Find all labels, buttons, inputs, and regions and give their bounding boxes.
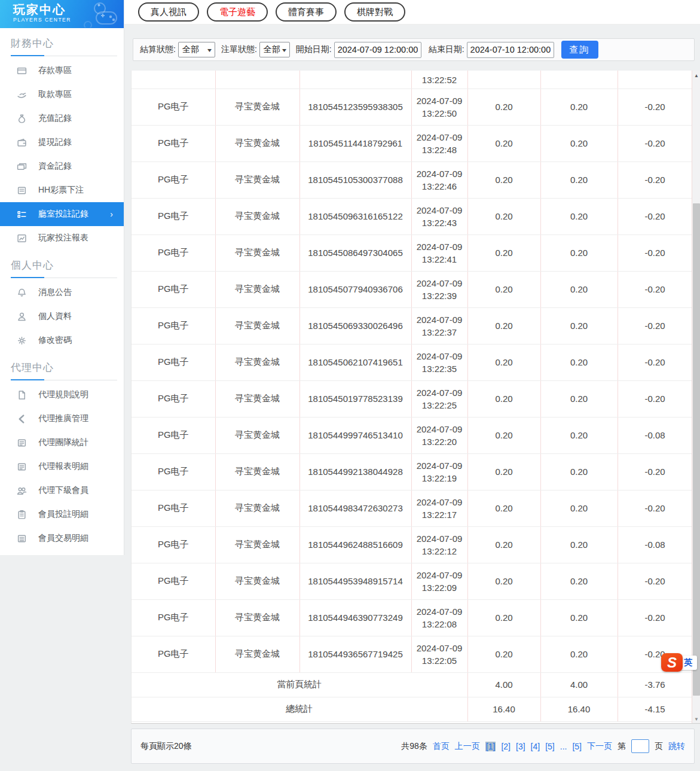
sidebar-item[interactable]: 取款專區	[0, 83, 124, 106]
sidebar-item[interactable]: 會員投註明細	[0, 502, 124, 526]
sidebar-item-label: 代理推廣管理	[38, 413, 88, 424]
sidebar-item-label: 修改密碼	[38, 335, 72, 346]
game-name-cell: 寻宝黄金城	[215, 271, 299, 307]
page-link[interactable]: [3]	[516, 742, 525, 751]
game-name-cell: 寻宝黄金城	[215, 636, 299, 672]
sidebar-item[interactable]: 廳室投註記錄›	[0, 202, 124, 226]
order-number-cell: 1810545062107419651	[299, 344, 411, 380]
sidebar-item[interactable]: 代理團隊統計	[0, 431, 124, 455]
settle-status-label: 結算狀態:	[140, 44, 176, 55]
summary-valid-cell: 4.00	[540, 672, 618, 697]
lottery-bet-icon	[17, 185, 27, 196]
bet-amount-cell: 0.20	[467, 125, 540, 161]
sidebar-item[interactable]: 充值記錄	[0, 106, 124, 130]
first-page-link[interactable]: 首页	[433, 741, 450, 752]
sidebar-item[interactable]: HH彩票下注	[0, 178, 124, 202]
category-tab[interactable]: 真人視訊	[138, 2, 199, 22]
table-cell	[215, 71, 299, 89]
platform-cell: PG电子	[132, 526, 215, 563]
chevron-down-icon: ▾	[282, 47, 286, 53]
page-link[interactable]: [2]	[501, 742, 511, 751]
scrollbar-thumb[interactable]	[693, 203, 700, 696]
total-count-text: 共98条	[401, 741, 427, 752]
order-status-select[interactable]: 全部 ▾	[259, 42, 290, 57]
order-number-cell: 1810544999746513410	[299, 417, 411, 453]
bet-time-cell: 13:22:52	[411, 71, 467, 89]
page-link-current[interactable]: [1]	[485, 742, 496, 751]
summary-profit-cell: -4.15	[618, 697, 692, 721]
ime-widget[interactable]: S 英	[661, 653, 697, 672]
platform-cell: PG电子	[132, 271, 215, 307]
bet-time-cell: 2024-07-0913:22:41	[411, 234, 467, 271]
sidebar-item[interactable]: 修改密碼	[0, 328, 124, 352]
table-row: PG电子寻宝黄金城18105449834726302732024-07-0913…	[132, 490, 692, 526]
sidebar-item[interactable]: 存款專區	[0, 59, 124, 83]
platform-cell: PG电子	[132, 89, 215, 125]
valid-bet-cell: 0.20	[540, 490, 618, 526]
sidebar-item[interactable]: 個人資料	[0, 304, 124, 328]
jump-page-input[interactable]	[631, 739, 649, 753]
platform-cell: PG电子	[132, 599, 215, 636]
table-row: PG电子寻宝黄金城18105449463907732492024-07-0913…	[132, 599, 692, 636]
valid-bet-cell: 0.20	[540, 161, 618, 198]
section-underline	[11, 278, 117, 278]
bet-time-cell: 2024-07-0913:22:35	[411, 344, 467, 380]
category-tab[interactable]: 體育賽事	[276, 2, 337, 22]
game-name-cell: 寻宝黄金城	[215, 380, 299, 417]
table-row: PG电子寻宝黄金城18105450197785231392024-07-0913…	[132, 380, 692, 417]
settle-status-select[interactable]: 全部 ▾	[178, 42, 215, 57]
profit-cell: -0.20	[618, 380, 692, 417]
sidebar-item[interactable]: 資金記錄	[0, 154, 124, 178]
page-size-text: 每頁顯示20條	[140, 741, 192, 752]
order-number-cell: 1810545086497304065	[299, 234, 411, 271]
category-tab-bar: 真人視訊電子遊藝體育賽事棋牌對戰	[124, 0, 700, 25]
category-tab[interactable]: 棋牌對戰	[344, 2, 405, 22]
category-tab[interactable]: 電子遊藝	[207, 2, 268, 22]
prev-page-link[interactable]: 上一页	[455, 741, 480, 752]
sidebar-item-label: 提現記錄	[38, 137, 72, 148]
scrollbar-down-arrow-icon[interactable]: ▼	[692, 714, 700, 724]
member-transaction-icon	[17, 534, 27, 544]
agent-promo-share-icon	[17, 414, 27, 424]
bet-time-cell: 2024-07-0913:22:39	[411, 271, 467, 307]
bet-time-cell: 2024-07-0913:22:12	[411, 526, 467, 563]
bet-time-cell: 2024-07-0913:22:46	[411, 161, 467, 198]
jump-button[interactable]: 跳转	[668, 741, 685, 752]
table-row: PG电子寻宝黄金城18105451235959383052024-07-0913…	[132, 89, 692, 125]
table-scrollbar: ▲ ▼	[692, 71, 700, 724]
sidebar-item[interactable]: 提現記錄	[0, 130, 124, 154]
game-name-cell: 寻宝黄金城	[215, 344, 299, 380]
platform-cell: PG电子	[132, 490, 215, 526]
start-date-input[interactable]	[334, 42, 421, 58]
game-name-cell: 寻宝黄金城	[215, 307, 299, 344]
sidebar-item-label: HH彩票下注	[38, 185, 84, 196]
sidebar-item[interactable]: 消息公告	[0, 281, 124, 304]
bet-time-cell: 2024-07-0913:22:08	[411, 599, 467, 636]
scrollbar-up-arrow-icon[interactable]: ▲	[692, 71, 700, 80]
agent-team-stats-icon	[17, 438, 27, 448]
profit-cell: -0.08	[618, 526, 692, 563]
sidebar-item[interactable]: 玩家投注報表	[0, 226, 124, 250]
order-number-cell: 1810544946390773249	[299, 599, 411, 636]
valid-bet-cell: 0.20	[540, 599, 618, 636]
page-link[interactable]: [5]	[572, 742, 582, 751]
player-bet-report-icon	[17, 233, 27, 243]
end-date-input[interactable]	[467, 42, 554, 58]
sidebar-item-label: 玩家投注報表	[38, 233, 88, 243]
summary-bet-cell: 4.00	[467, 672, 540, 697]
bet-amount-cell: 0.20	[467, 198, 540, 234]
table-row: PG电子寻宝黄金城18105451053003770882024-07-0913…	[132, 161, 692, 198]
sidebar-item[interactable]: 代理推廣管理	[0, 407, 124, 431]
sidebar: 玩家中心 PLAYERS CENTER 財務中心存款專區取款專區充值記錄提現記錄…	[0, 0, 124, 555]
next-page-link[interactable]: 下一页	[587, 741, 612, 752]
room-bet-record-icon	[17, 209, 27, 220]
sidebar-item[interactable]: 代理規則說明	[0, 383, 124, 407]
sidebar-item[interactable]: 代理下級會員	[0, 479, 124, 502]
bet-time-cell: 2024-07-0913:22:17	[411, 490, 467, 526]
page-link[interactable]: [4]	[531, 742, 540, 751]
page-link[interactable]: [5]	[545, 742, 555, 751]
platform-cell: PG电子	[132, 636, 215, 672]
query-button[interactable]: 查詢	[561, 41, 598, 59]
sidebar-item[interactable]: 代理報表明細	[0, 455, 124, 479]
sidebar-item[interactable]: 會員交易明細	[0, 526, 124, 550]
